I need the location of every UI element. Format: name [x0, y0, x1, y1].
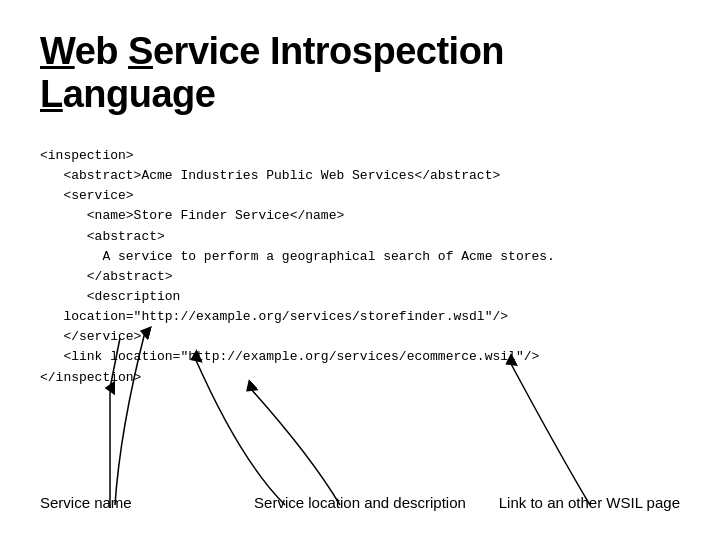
title-w-rest: eb	[75, 30, 128, 72]
code-block: <inspection> <abstract>Acme Industries P…	[40, 146, 680, 388]
code-line-7: </abstract>	[40, 267, 680, 287]
code-line-9: location="http://example.org/services/st…	[40, 307, 680, 327]
service-name-label: Service name	[40, 494, 132, 512]
link-label: Link to an other WSIL page	[499, 494, 680, 512]
code-line-12: </inspection>	[40, 368, 680, 388]
service-location-label: Service location and description	[254, 494, 466, 512]
code-line-8: <description	[40, 287, 680, 307]
code-line-10: </service>	[40, 327, 680, 347]
page-title: Web Service Introspection Language	[40, 30, 680, 116]
code-line-11: <link location="http://example.org/servi…	[40, 347, 680, 367]
title-s-rest: ervice Introspection	[153, 30, 504, 72]
code-line-6: A service to perform a geographical sear…	[40, 247, 680, 267]
title-l-rest: anguage	[63, 73, 216, 115]
code-line-5: <abstract>	[40, 227, 680, 247]
code-line-3: <service>	[40, 186, 680, 206]
title-w: W	[40, 30, 75, 72]
code-line-1: <inspection>	[40, 146, 680, 166]
code-line-4: <name>Store Finder Service</name>	[40, 206, 680, 226]
page-container: Web Service Introspection Language <insp…	[0, 0, 720, 540]
title-s: S	[128, 30, 153, 72]
title-l: L	[40, 73, 63, 115]
code-line-2: <abstract>Acme Industries Public Web Ser…	[40, 166, 680, 186]
